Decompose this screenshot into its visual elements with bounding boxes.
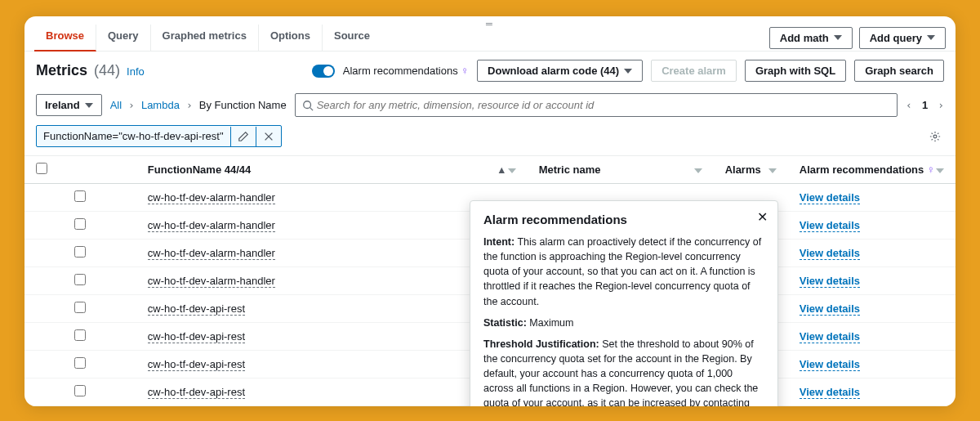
breadcrumb-all[interactable]: All	[110, 99, 122, 111]
add-query-button[interactable]: Add query	[859, 27, 946, 49]
result-count: (44)	[94, 62, 120, 79]
gear-icon	[929, 131, 941, 142]
row-checkbox[interactable]	[74, 274, 86, 285]
metrics-panel: ═ Browse Query Graphed metrics Options S…	[24, 16, 956, 406]
lightbulb-icon: ♀	[927, 163, 935, 176]
add-query-label: Add query	[870, 32, 922, 44]
popover-title: Alarm recommendations	[483, 213, 764, 226]
col-alarms[interactable]: Alarms	[725, 163, 761, 176]
row-checkbox[interactable]	[74, 329, 86, 341]
caret-down-icon	[834, 35, 842, 40]
page-title: Metrics	[36, 62, 87, 79]
tab-source[interactable]: Source	[323, 25, 381, 51]
drag-handle-icon[interactable]: ═	[486, 19, 494, 29]
filter-chip: FunctionName="cw-ho-tf-dev-api-rest"	[36, 125, 282, 147]
intent-label: Intent:	[483, 236, 514, 248]
function-name-link[interactable]: cw-ho-tf-dev-api-rest	[148, 302, 245, 316]
statistic-label: Statistic:	[483, 317, 527, 329]
svg-point-4	[933, 135, 937, 138]
toolbar: Metrics (44) Info Alarm recommendations …	[24, 52, 956, 90]
alarm-reco-label: Alarm recommendations ♀	[343, 65, 469, 77]
breadcrumb-dimension: By Function Name	[199, 99, 287, 111]
function-name-link[interactable]: cw-ho-tf-dev-api-rest	[148, 358, 245, 371]
tab-options[interactable]: Options	[259, 25, 323, 51]
svg-line-1	[310, 107, 313, 110]
view-details-link[interactable]: View details	[800, 219, 860, 232]
search-input-wrapper[interactable]	[295, 93, 898, 117]
caret-down-icon	[624, 69, 632, 74]
view-details-link[interactable]: View details	[800, 302, 860, 316]
alarm-reco-toggle[interactable]	[312, 65, 335, 78]
function-name-link[interactable]: cw-ho-tf-dev-api-rest	[148, 330, 245, 343]
view-details-link[interactable]: View details	[800, 386, 860, 399]
sort-icon[interactable]	[936, 163, 944, 176]
lightbulb-icon: ♀	[461, 65, 469, 77]
breadcrumb: All › Lambda › By Function Name	[110, 99, 287, 111]
row-checkbox[interactable]	[74, 246, 86, 258]
function-name-link[interactable]: cw-ho-tf-dev-alarm-handler	[148, 275, 275, 288]
search-icon	[302, 100, 314, 111]
select-all-checkbox[interactable]	[36, 163, 47, 174]
row-checkbox[interactable]	[74, 357, 86, 369]
pagination: ‹ 1 ›	[906, 99, 944, 111]
view-details-link[interactable]: View details	[800, 358, 860, 371]
view-details-link[interactable]: View details	[800, 330, 860, 343]
alarm-reco-popover: ✕ Alarm recommendations Intent: This ala…	[470, 200, 778, 406]
graph-search-button[interactable]: Graph search	[854, 60, 944, 82]
next-page[interactable]: ›	[938, 99, 944, 111]
svg-point-0	[303, 101, 310, 108]
region-selector[interactable]: Ireland	[36, 94, 102, 116]
info-link[interactable]: Info	[127, 65, 145, 78]
filter-chip-text: FunctionName="cw-ho-tf-dev-api-rest"	[37, 126, 230, 146]
sort-icon[interactable]	[694, 163, 702, 176]
region-value: Ireland	[45, 99, 80, 111]
add-math-label: Add math	[780, 32, 829, 44]
graph-with-sql-button[interactable]: Graph with SQL	[745, 60, 846, 82]
function-name-link[interactable]: cw-ho-tf-dev-alarm-handler	[148, 219, 275, 232]
prev-page[interactable]: ‹	[906, 99, 912, 111]
tab-graphed-metrics[interactable]: Graphed metrics	[151, 25, 259, 51]
col-metricname[interactable]: Metric name	[539, 163, 601, 176]
threshold-label: Threshold Justification:	[483, 338, 599, 350]
download-alarm-code-button[interactable]: Download alarm code (44)	[477, 60, 643, 82]
edit-filter-icon[interactable]	[230, 127, 256, 146]
download-alarm-label: Download alarm code (44)	[488, 65, 619, 77]
active-filters: FunctionName="cw-ho-tf-dev-api-rest"	[24, 125, 956, 155]
function-name-link[interactable]: cw-ho-tf-dev-alarm-handler	[148, 191, 275, 204]
tab-query[interactable]: Query	[96, 25, 151, 51]
chevron-right-icon: ›	[186, 99, 193, 111]
breadcrumb-service[interactable]: Lambda	[141, 99, 180, 111]
row-checkbox[interactable]	[74, 218, 86, 230]
create-alarm-button: Create alarm	[651, 60, 737, 82]
table-settings-button[interactable]	[926, 127, 944, 146]
remove-filter-icon[interactable]	[256, 127, 281, 146]
row-checkbox[interactable]	[74, 190, 86, 202]
chevron-right-icon: ›	[128, 99, 135, 111]
col-functionname[interactable]: FunctionName 44/44	[148, 163, 251, 176]
col-alarm-recs[interactable]: Alarm recommendations	[800, 163, 924, 176]
caret-down-icon	[85, 103, 93, 108]
function-name-link[interactable]: cw-ho-tf-dev-api-rest	[148, 386, 245, 399]
caret-down-icon	[927, 35, 935, 40]
sort-icon[interactable]	[768, 163, 777, 176]
sort-icon[interactable]: ▴	[499, 163, 516, 176]
tab-browse[interactable]: Browse	[34, 25, 96, 52]
search-input[interactable]	[314, 97, 890, 113]
add-math-button[interactable]: Add math	[769, 27, 853, 49]
view-details-link[interactable]: View details	[800, 275, 860, 288]
row-checkbox[interactable]	[74, 385, 86, 396]
intent-text: This alarm can proactively detect if the…	[483, 236, 761, 307]
page-number: 1	[922, 99, 928, 111]
view-details-link[interactable]: View details	[800, 191, 860, 204]
statistic-value: Maximum	[529, 317, 573, 329]
view-details-link[interactable]: View details	[800, 247, 860, 260]
function-name-link[interactable]: cw-ho-tf-dev-alarm-handler	[148, 247, 275, 260]
close-icon[interactable]: ✕	[757, 209, 768, 225]
filter-bar: Ireland All › Lambda › By Function Name …	[24, 90, 956, 125]
row-checkbox[interactable]	[74, 302, 86, 313]
